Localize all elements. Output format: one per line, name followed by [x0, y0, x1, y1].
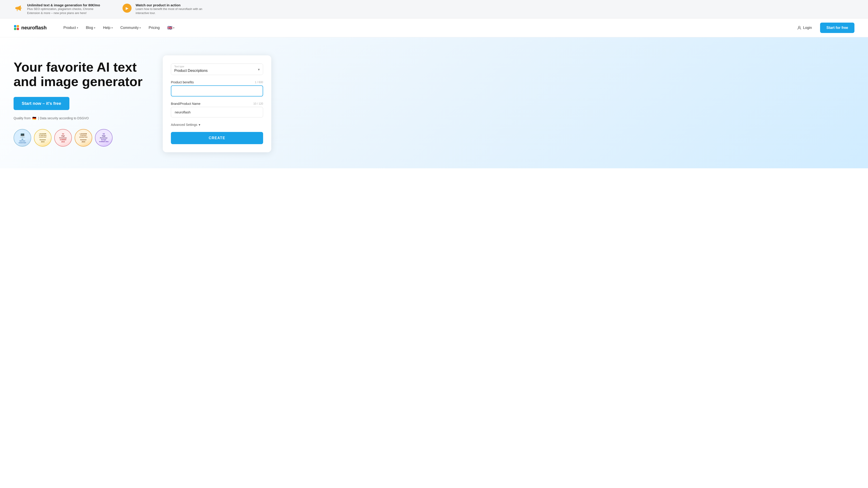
advanced-settings-toggle[interactable]: Advanced Settings ▾	[171, 123, 263, 127]
text-type-select[interactable]: Product Descriptions Blog Posts Social M…	[171, 64, 263, 75]
nav-item-language[interactable]: 🇬🇧 ▾	[164, 24, 178, 32]
megaphone-icon	[13, 3, 24, 13]
logo[interactable]: neuroflash	[13, 25, 46, 31]
product-benefits-input[interactable]	[171, 86, 263, 96]
promo-description: Plus SEO optimization, plagiarism checks…	[27, 7, 104, 15]
svg-point-6	[798, 26, 800, 28]
help-chevron-icon: ▾	[112, 26, 113, 29]
nav-item-pricing[interactable]: Pricing	[145, 24, 163, 32]
navbar: neuroflash Product ▾ Blog ▾ Help ▾ Commu…	[0, 19, 868, 37]
advanced-settings-label: Advanced Settings	[171, 123, 197, 127]
video-banner-text: Watch our product in action Learn how to…	[135, 3, 213, 15]
promo-banner-text: Unlimited text & image generation for 80…	[27, 3, 104, 15]
svg-rect-4	[14, 28, 16, 30]
promo-title: Unlimited text & image generation for 80…	[27, 3, 104, 7]
video-description: Learn how to benefit the most of neurofl…	[135, 7, 213, 15]
brand-name-count: 10 / 120	[253, 102, 263, 105]
german-flag-icon: 🇩🇪	[32, 116, 36, 120]
product-chevron-icon: ▾	[77, 26, 78, 29]
nav-item-community[interactable]: Community ▾	[117, 24, 144, 32]
product-benefits-row: Product benefits 1 / 600	[171, 80, 263, 84]
video-title: Watch our product in action	[135, 3, 213, 7]
text-type-group: Text type Product Descriptions Blog Post…	[171, 64, 263, 75]
logo-text: neuroflash	[21, 25, 46, 31]
brand-name-row: Brand/Product Name 10 / 120	[171, 102, 263, 105]
svg-rect-5	[17, 28, 19, 30]
hero-right: Text type Product Descriptions Blog Post…	[163, 55, 271, 152]
community-chevron-icon: ▾	[140, 26, 141, 29]
blog-chevron-icon: ▾	[94, 26, 95, 29]
award-badges: 💻 AI WRITING ASSISTANT LEADER AI WRITING…	[13, 129, 154, 147]
login-button[interactable]: Login	[794, 24, 815, 32]
text-type-label: Text type	[174, 65, 184, 68]
logo-icon	[13, 25, 20, 31]
hero-cta-button[interactable]: Start now – it's free	[13, 97, 69, 110]
play-icon: ▶	[122, 3, 132, 13]
text-type-select-wrapper: Text type Product Descriptions Blog Post…	[171, 64, 263, 75]
svg-rect-3	[17, 25, 19, 27]
nav-links: Product ▾ Blog ▾ Help ▾ Community ▾ Pric…	[60, 24, 794, 32]
hero-left: Your favorite AI text and image generato…	[13, 55, 154, 147]
advanced-settings-chevron-icon: ▾	[199, 123, 200, 127]
brand-name-input[interactable]	[171, 107, 263, 118]
promo-banner-item: Unlimited text & image generation for 80…	[13, 3, 104, 15]
nav-right: Login Start for free	[794, 23, 855, 33]
nav-item-blog[interactable]: Blog ▾	[83, 24, 98, 32]
top-banner: Unlimited text & image generation for 80…	[0, 0, 868, 19]
language-chevron-icon: ▾	[173, 26, 175, 29]
product-benefits-group: Product benefits 1 / 600	[171, 80, 263, 96]
user-icon	[797, 26, 801, 30]
hero-title: Your favorite AI text and image generato…	[13, 60, 154, 89]
badge-ai-writing: 💻 AI WRITING ASSISTANT	[13, 129, 31, 147]
hero-section: Your favorite AI text and image generato…	[0, 37, 868, 168]
video-banner-item: ▶ Watch our product in action Learn how …	[122, 3, 213, 15]
nav-item-help[interactable]: Help ▾	[100, 24, 116, 32]
badge-leader-content: LEADER CONTENT MARKETING Summer 2023	[74, 129, 92, 147]
svg-point-1	[21, 7, 22, 9]
brand-name-label: Brand/Product Name	[171, 102, 200, 105]
brand-name-group: Brand/Product Name 10 / 120	[171, 102, 263, 118]
hero-quality-text: Quality from 🇩🇪 | Data security accordin…	[13, 116, 154, 120]
start-for-free-button[interactable]: Start for free	[820, 23, 855, 33]
create-button[interactable]: CREATE	[171, 132, 263, 144]
svg-rect-2	[14, 25, 16, 27]
flag-icon: 🇬🇧	[167, 25, 172, 30]
product-benefits-label: Product benefits	[171, 80, 194, 84]
form-panel: Text type Product Descriptions Blog Post…	[163, 55, 271, 152]
badge-leader-writing: LEADER AI WRITING ASSISTANT Summer 2023	[34, 129, 52, 147]
product-benefits-count: 1 / 600	[255, 80, 263, 84]
badge-high-performer: G2 High Performer SUMMER 2023	[54, 129, 72, 147]
badge-high-performer-europe: G2 High Performer Europe SUMMER 2023	[95, 129, 113, 147]
nav-item-product[interactable]: Product ▾	[60, 24, 81, 32]
